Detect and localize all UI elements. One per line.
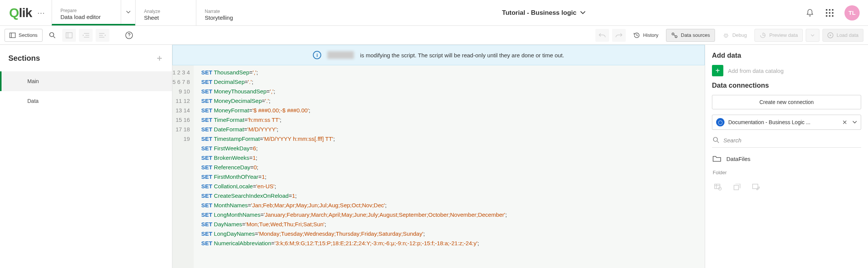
code-lines: SET ThousandSep=','; SET DecimalSep='.';…	[194, 65, 507, 268]
body: Sections ＋ Main Data i is modifying the …	[0, 45, 868, 268]
connection-search[interactable]: Search	[712, 135, 861, 148]
blurred-user	[327, 51, 354, 59]
connection-name: Documentation - Business Logic ...	[728, 119, 837, 125]
nav-tab-analyze[interactable]: Analyze Sheet	[135, 0, 196, 25]
svg-rect-9	[10, 33, 16, 38]
load-data-button: Load data	[822, 29, 863, 42]
indent-icon	[99, 33, 106, 38]
chevron-down-icon[interactable]	[121, 0, 135, 24]
add-from-catalog[interactable]: + Add from data catalog	[712, 65, 861, 76]
svg-rect-8	[832, 15, 833, 17]
create-connection-label: Create new connection	[759, 99, 814, 105]
svg-rect-39	[753, 184, 758, 189]
create-connection-button[interactable]: Create new connection	[712, 95, 861, 109]
svg-point-32	[713, 137, 718, 142]
data-sources-icon	[671, 32, 678, 39]
nav-tab-small: Prepare	[60, 8, 116, 13]
avatar[interactable]: TL	[844, 5, 860, 20]
data-sources-label: Data sources	[681, 32, 710, 38]
qlik-logo: Qlik	[9, 5, 32, 20]
add-catalog-label: Add from data catalog	[728, 68, 784, 74]
help-button[interactable]	[122, 29, 136, 42]
svg-rect-0	[826, 9, 827, 11]
toolbar: Sections History Data sources Debug Prev…	[0, 26, 868, 45]
svg-line-33	[717, 141, 719, 143]
folder-name: DataFiles	[726, 156, 750, 162]
svg-line-12	[54, 36, 55, 38]
svg-rect-3	[826, 12, 827, 14]
editor-area: i is modifying the script. The script wi…	[172, 45, 705, 268]
topbar-right-icons: TL	[797, 0, 868, 25]
undo-button	[595, 29, 609, 42]
connection-source-icon: ◯	[716, 118, 724, 126]
debug-button: Debug	[718, 29, 751, 42]
comment-button	[62, 29, 76, 42]
history-icon	[633, 32, 640, 39]
info-icon: i	[313, 51, 321, 59]
nav-tab-small: Narrate	[205, 9, 280, 14]
svg-line-30	[727, 34, 728, 34]
help-icon	[125, 32, 133, 39]
folder-type: Folder	[712, 170, 861, 175]
svg-rect-5	[832, 12, 833, 14]
svg-rect-1	[829, 9, 830, 11]
code-editor[interactable]: 1 2 3 4 5 6 7 8 9 10 11 12 13 14 15 16 1…	[172, 65, 705, 268]
load-label: Load data	[836, 32, 859, 38]
section-item-label: Main	[27, 78, 39, 84]
chevron-down-icon[interactable]	[852, 121, 857, 124]
insert-script-icon[interactable]	[733, 184, 741, 191]
history-button[interactable]: History	[629, 29, 663, 42]
svg-line-29	[724, 34, 725, 34]
nav-tab-big: Sheet	[144, 14, 185, 21]
svg-point-11	[50, 32, 54, 36]
search-icon	[713, 137, 720, 143]
search-button[interactable]	[46, 29, 59, 42]
preview-dropdown	[806, 29, 819, 42]
select-data-icon[interactable]	[714, 184, 722, 191]
top-bar: Qlik ⋯ Prepare Data load editor Analyze …	[0, 0, 868, 26]
nav-tab-prepare[interactable]: Prepare Data load editor	[52, 0, 135, 25]
add-data-title: Add data	[712, 52, 861, 60]
svg-rect-7	[829, 15, 830, 17]
plus-icon: +	[712, 65, 723, 76]
nav-tab-narrate[interactable]: Narrate Storytelling	[196, 0, 291, 25]
folder-datafiles[interactable]: DataFiles	[712, 153, 861, 164]
data-sources-button[interactable]: Data sources	[666, 29, 715, 42]
app-title[interactable]: Tutorial - Business logic	[291, 0, 797, 25]
bug-icon	[723, 32, 729, 39]
sections-toggle-label: Sections	[19, 32, 38, 38]
comment-icon	[66, 32, 73, 38]
outdent-icon	[82, 33, 89, 38]
apps-grid-icon[interactable]	[825, 8, 835, 18]
svg-point-22	[129, 36, 129, 37]
folder-icon	[713, 155, 721, 162]
more-icon[interactable]: ⋯	[37, 8, 45, 17]
section-item-data[interactable]: Data	[0, 91, 172, 111]
line-gutter: 1 2 3 4 5 6 7 8 9 10 11 12 13 14 15 16 1…	[172, 65, 194, 268]
readonly-banner: i is modifying the script. The script wi…	[172, 45, 705, 65]
history-label: History	[643, 32, 658, 38]
indent-button	[96, 29, 109, 42]
chevron-down-icon	[580, 11, 586, 14]
search-placeholder: Search	[723, 137, 742, 143]
banner-message: is modifying the script. The script will…	[360, 52, 564, 58]
connection-action-icons	[712, 181, 861, 194]
sections-toggle-button[interactable]: Sections	[5, 29, 43, 42]
svg-rect-38	[734, 185, 739, 190]
section-item-main[interactable]: Main	[0, 71, 172, 91]
redo-button	[612, 29, 626, 42]
data-connections-title: Data connections	[712, 82, 861, 90]
nav-tab-big: Data load editor	[60, 14, 116, 20]
nav-tab-big: Storytelling	[205, 14, 280, 21]
preview-icon	[759, 32, 766, 39]
undo-icon	[598, 32, 606, 38]
close-icon[interactable]: ✕	[841, 119, 849, 126]
preview-label: Preview data	[769, 32, 798, 38]
logo-area: Qlik ⋯	[0, 0, 52, 25]
svg-rect-2	[832, 9, 833, 11]
bell-icon[interactable]	[805, 8, 815, 18]
preview-data-button: Preview data	[754, 29, 803, 42]
edit-connection-icon[interactable]	[752, 184, 760, 191]
add-section-icon[interactable]: ＋	[155, 52, 164, 64]
connection-card[interactable]: ◯ Documentation - Business Logic ... ✕	[712, 115, 861, 130]
